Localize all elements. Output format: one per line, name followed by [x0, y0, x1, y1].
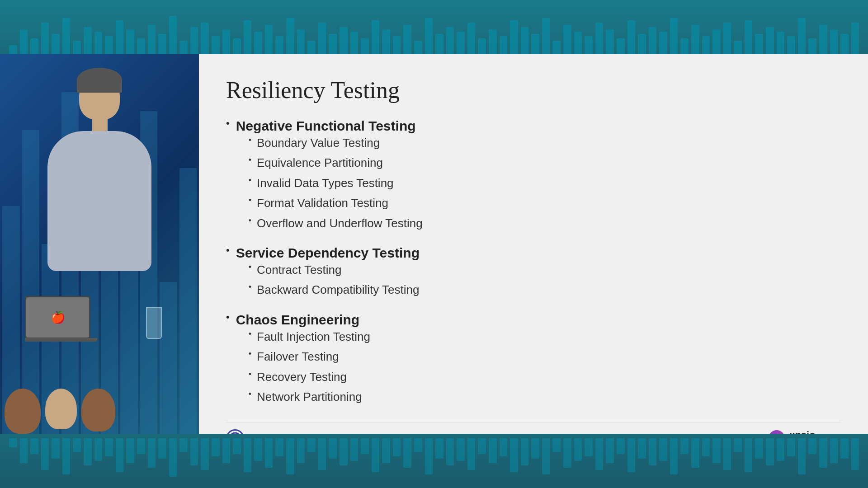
sub-item-label-failover: Failover Testing: [257, 348, 339, 365]
section-negative-functional: • Negative Functional Testing • Boundary…: [226, 117, 841, 236]
bottom-bar-item: [275, 438, 283, 456]
bottom-bar-item: [680, 438, 689, 454]
sub-bullets-negative-functional: • Boundary Value Testing • Equivalence P…: [249, 135, 423, 231]
sub-item-boundary: • Boundary Value Testing: [249, 135, 423, 151]
bottom-bar-item: [500, 438, 508, 456]
bottom-bar-item: [361, 438, 369, 454]
top-bar-item: [265, 25, 273, 54]
top-bar-item: [201, 23, 209, 54]
bottom-bar-item: [627, 438, 636, 472]
audience-area: [0, 361, 199, 434]
sub-item-label-equivalence: Equivalence Partitioning: [257, 155, 383, 171]
bottom-bar-item: [691, 438, 699, 468]
bottom-bar-item: [52, 438, 60, 459]
top-bar-item: [563, 25, 571, 54]
top-bar-item: [20, 29, 28, 54]
top-bar-item: [222, 29, 231, 54]
top-bar-item: [126, 29, 134, 54]
bottom-bar-item: [435, 438, 443, 459]
top-bar-item: [574, 32, 582, 54]
top-bar-item: [435, 34, 443, 54]
bottom-bar-item: [585, 438, 593, 456]
slide-panel: Resiliency Testing • Negative Functional…: [199, 54, 868, 434]
top-bar-item: [318, 23, 326, 54]
top-bar-item: [41, 23, 49, 54]
bottom-bar-item: [755, 438, 763, 459]
slide-title: Resiliency Testing: [226, 77, 841, 103]
bottom-bar-item: [307, 438, 316, 452]
top-bar-item: [467, 23, 476, 54]
bottom-bar-item: [190, 438, 198, 465]
top-bar-item: [595, 23, 604, 54]
top-bar-item: [819, 25, 827, 54]
top-bar-item: [361, 38, 369, 54]
bottom-bar-item: [798, 438, 806, 474]
top-decorative-bar: [0, 0, 868, 54]
sub-bullet-dot: •: [249, 175, 251, 186]
bottom-bar-item: [840, 438, 849, 459]
sub-item-label-overflow: Overflow and Underflow Testing: [257, 215, 423, 231]
audience-head-2: [45, 389, 77, 429]
top-bar-item: [521, 27, 529, 54]
top-bar-item: [84, 27, 92, 54]
sub-bullets-service-dependency: • Contract Testing • Backward Compatibil…: [249, 262, 420, 298]
bottom-bar-item: [574, 438, 582, 461]
sub-item-overflow: • Overflow and Underflow Testing: [249, 215, 423, 231]
sub-item-label-contract: Contract Testing: [257, 262, 341, 278]
sub-item-equivalence: • Equivalence Partitioning: [249, 155, 423, 171]
top-bar-item: [244, 20, 252, 54]
top-bar-item: [403, 25, 411, 54]
top-bar-item: [755, 34, 763, 54]
top-bar-item: [478, 38, 486, 54]
sub-item-label-invalid-data: Invalid Data Types Testing: [257, 175, 394, 191]
bottom-bar-item: [489, 438, 497, 463]
bottom-bar-item: [244, 438, 252, 472]
bottom-bar-item: [30, 438, 38, 454]
bottom-bar-item: [233, 438, 241, 454]
top-bar-item: [372, 20, 380, 54]
top-bar-item: [169, 16, 177, 54]
sub-item-label-fault-injection: Fault Injection Testing: [257, 328, 370, 345]
sub-item-label-format-validation: Format Validation Testing: [257, 195, 388, 211]
top-bar-item: [691, 25, 699, 54]
top-bar-item: [659, 32, 667, 54]
bottom-bar-item: [702, 438, 710, 456]
bottom-bar-item: [382, 438, 390, 463]
top-bar-item: [190, 27, 198, 54]
top-bar-item: [840, 34, 849, 54]
sub-item-label-backward-compat: Backward Compatibility Testing: [257, 282, 419, 298]
bottom-bar-item: [638, 438, 646, 459]
bottom-bar-item: [212, 438, 220, 456]
bottom-bar-item: [617, 438, 625, 454]
sub-item-invalid-data: • Invalid Data Types Testing: [249, 175, 423, 191]
top-bar-item: [552, 41, 561, 54]
bottom-bar-item: [62, 438, 71, 474]
bottom-bar-item: [521, 438, 529, 465]
bottom-bar-item: [350, 438, 359, 461]
bottom-bar-item: [670, 438, 678, 474]
apple-logo-icon: 🍎: [51, 310, 65, 324]
top-bar-item: [787, 36, 795, 54]
bottom-bar-item: [372, 438, 380, 472]
bottom-bar-item: [84, 438, 92, 465]
bottom-bar-item: [745, 438, 753, 472]
bottom-bar-item: [414, 438, 422, 452]
bullet-dot-3: •: [226, 311, 230, 324]
bottom-bar-item: [734, 438, 742, 452]
top-bar-item: [617, 38, 625, 54]
top-bar-item: [286, 18, 294, 54]
sub-item-label-recovery: Recovery Testing: [257, 369, 347, 385]
bottom-bar-item: [158, 438, 166, 459]
top-bar-item: [542, 18, 550, 54]
top-bar-item: [680, 38, 689, 54]
sub-bullet-dot: •: [249, 369, 251, 380]
video-panel: 🍎: [0, 54, 199, 434]
top-bar-item: [52, 34, 60, 54]
sub-bullet-dot: •: [249, 215, 251, 226]
bottom-bar-item: [20, 438, 28, 463]
bottom-bar-item: [222, 438, 231, 463]
top-bar-item: [702, 36, 710, 54]
bottom-bar-item: [649, 438, 657, 465]
bottom-bar-item: [254, 438, 262, 461]
bottom-bar-item: [73, 438, 81, 452]
